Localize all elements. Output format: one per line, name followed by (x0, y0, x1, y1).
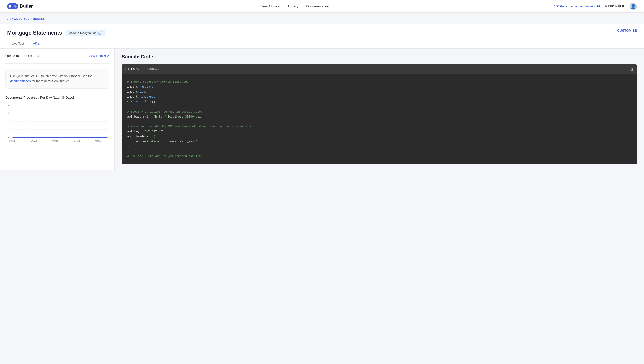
chart-section: Documents Processed Per Day (Last 30 Day… (6, 94, 109, 145)
code-copy-button[interactable]: ⧉ (630, 67, 633, 72)
nav-right: 100 Pages remaining this month! NEED HEL… (554, 3, 637, 10)
svg-point-22 (99, 136, 101, 138)
code-tabs: PYTHON3 NODE.JS ⧉ (122, 64, 637, 74)
main-content: Queue ID 1c29cb... ⧉ View Details ↗ Use … (0, 48, 644, 170)
svg-text:05/03: 05/03 (96, 139, 102, 142)
code-line-10: auth_headers = { (127, 134, 632, 139)
status-badge: Model is ready to use i (66, 30, 105, 36)
svg-text:0: 0 (8, 136, 10, 139)
svg-point-18 (70, 136, 72, 138)
nav-documentation[interactable]: Documentation (306, 4, 329, 8)
svg-point-15 (48, 136, 50, 138)
code-line-6: # Specify variables for use in script be… (127, 110, 632, 114)
svg-text:4: 4 (8, 104, 10, 106)
svg-text:3: 3 (8, 112, 10, 114)
svg-text:04/26: 04/26 (74, 139, 80, 142)
status-badge-text: Model is ready to use (68, 31, 96, 34)
code-line-5: mimetypes.init() (127, 99, 632, 104)
api-info-box: Use your Queues API to integrate with yo… (6, 69, 109, 88)
svg-point-20 (84, 136, 86, 138)
nav-your-models[interactable]: Your Models (261, 4, 280, 8)
queue-id-label: Queue ID (6, 54, 19, 58)
api-info-text-2: for more details on Queues. (32, 79, 70, 83)
navbar: Butler Your Models Library Documentation… (0, 0, 644, 12)
view-details-text: View Details (88, 54, 106, 58)
svg-point-21 (92, 136, 94, 138)
chart-svg: 4 3 2 1 0 (6, 103, 109, 143)
svg-point-10 (12, 136, 14, 138)
chart-title: Documents Processed Per Day (Last 30 Day… (6, 96, 109, 99)
api-documentation-link[interactable]: documentation (10, 79, 31, 83)
info-icon[interactable]: i (98, 31, 102, 35)
code-line-blank3 (127, 149, 632, 154)
logo-icon (7, 3, 18, 10)
page-title: Mortgage Statements (7, 30, 62, 36)
nav-library[interactable]: Library (288, 4, 298, 8)
tab-apis[interactable]: APIs (28, 40, 44, 48)
tabs: Live Test APIs (7, 40, 637, 48)
logo[interactable]: Butler (7, 3, 33, 10)
svg-point-13 (34, 136, 36, 138)
code-line-13: # Use the Queue API Id you grabbed earli… (127, 154, 632, 159)
view-details-link[interactable]: View Details ↗ (88, 54, 109, 58)
queue-id-value: 1c29cb... (22, 54, 34, 58)
logo-text: Butler (20, 4, 33, 9)
code-tab-python3[interactable]: PYTHON3 (126, 64, 139, 74)
code-tab-nodejs[interactable]: NODE.JS (146, 64, 160, 74)
svg-point-11 (20, 136, 22, 138)
pages-remaining: 100 Pages remaining this month! (554, 4, 600, 8)
chart-container: 4 3 2 1 0 (6, 103, 109, 143)
external-link-icon: ↗ (107, 54, 109, 58)
svg-text:1: 1 (8, 128, 10, 131)
tab-live-test[interactable]: Live Test (7, 40, 28, 48)
code-body: # Import necessary python libraries impo… (122, 74, 637, 164)
code-line-7: api_base_url = 'http://localhost:30000/a… (127, 114, 632, 119)
svg-point-12 (27, 136, 29, 138)
code-line-blank1 (127, 104, 632, 109)
nav-links: Your Models Library Documentation (46, 4, 545, 8)
back-link[interactable]: ‹ BACK TO YOUR MODELS (0, 12, 644, 24)
svg-text:04/19: 04/19 (52, 139, 59, 142)
sample-code-title: Sample Code (122, 54, 637, 60)
code-line-2: import requests (127, 84, 632, 90)
svg-text:04/05: 04/05 (9, 139, 16, 142)
svg-point-19 (77, 136, 79, 138)
queue-id-row: Queue ID 1c29cb... ⧉ View Details ↗ (6, 54, 109, 64)
need-help-button[interactable]: NEED HELP (605, 4, 624, 8)
customize-button[interactable]: CUSTOMIZE (617, 29, 637, 37)
svg-point-17 (63, 136, 65, 138)
code-line-3: import time (127, 90, 632, 94)
code-line-11: 'Authorization': f'Bearer {api_key}' (127, 139, 632, 144)
back-link-text: BACK TO YOUR MODELS (10, 17, 45, 20)
code-line-blank2 (127, 119, 632, 124)
svg-text:2: 2 (8, 120, 10, 123)
code-block: PYTHON3 NODE.JS ⧉ # Import necessary pyt… (122, 64, 637, 164)
copy-icon[interactable]: ⧉ (37, 54, 40, 58)
api-info-text-1: Use your Queues API to integrate with yo… (10, 74, 92, 78)
code-line-1: # Import necessary python libraries (127, 80, 632, 84)
code-line-4: import mimetypes (127, 94, 632, 99)
svg-point-16 (56, 136, 58, 138)
page-header: Mortgage Statements Model is ready to us… (0, 24, 644, 48)
code-line-8: # Make sure to add the API Key you wrote… (127, 124, 632, 129)
back-arrow-icon: ‹ (7, 17, 8, 21)
code-line-12: } (127, 144, 632, 149)
right-panel: Sample Code PYTHON3 NODE.JS ⧉ # Import n… (114, 48, 644, 170)
code-line-9: api_key = 'MY_API_KEY' (127, 129, 632, 134)
avatar[interactable]: 👤 (630, 3, 637, 10)
svg-point-23 (106, 136, 108, 138)
svg-point-14 (41, 136, 43, 138)
svg-text:04/12: 04/12 (31, 139, 37, 142)
left-panel: Queue ID 1c29cb... ⧉ View Details ↗ Use … (0, 48, 114, 170)
